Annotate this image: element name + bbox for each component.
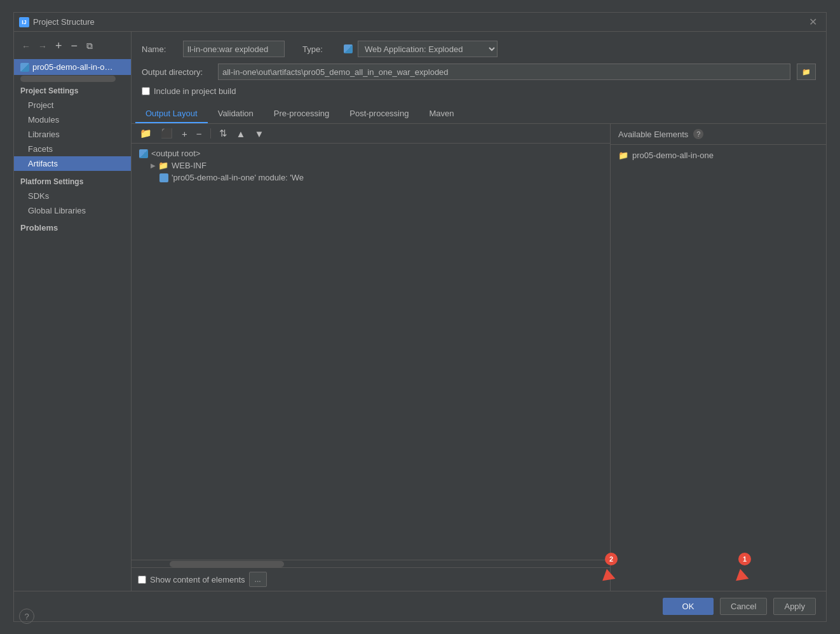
- output-dir-row: Output directory: 📁: [142, 64, 816, 80]
- sidebar-item-modules[interactable]: Modules: [14, 112, 131, 127]
- tree-hscroll[interactable]: [132, 560, 610, 567]
- annotation-badge-2: 2: [605, 553, 618, 565]
- sidebar-item-project[interactable]: Project: [14, 98, 131, 112]
- name-input[interactable]: [183, 41, 285, 57]
- output-tree-section: 📁 ⬛ + − ⇅ ▲ ▼ <output ro: [132, 124, 610, 591]
- project-structure-window: IJ Project Structure ✕ ← → + − ⧉ pro05-d…: [13, 12, 827, 622]
- bottom-bar: Show content of elements ...: [132, 567, 610, 591]
- tab-post-processing[interactable]: Post-processing: [339, 105, 419, 123]
- app-icon: IJ: [19, 17, 29, 27]
- output-dir-browse-button[interactable]: 📁: [797, 64, 816, 80]
- artifact-list-hscroll[interactable]: [14, 75, 131, 83]
- add-artifact-button[interactable]: +: [52, 38, 65, 54]
- title-bar: IJ Project Structure ✕: [14, 13, 826, 32]
- main-content: ← → + − ⧉ pro05-demo-all-in-one:war expl…: [14, 32, 826, 591]
- output-root-icon: [139, 149, 148, 158]
- sidebar-item-global-libraries[interactable]: Global Libraries: [14, 203, 131, 218]
- tree-item-web-inf[interactable]: ▶ 📁 WEB-INF: [137, 159, 605, 172]
- output-root-label: <output root>: [151, 149, 200, 158]
- help-button[interactable]: ?: [19, 609, 34, 624]
- available-item-label: pro05-demo-all-in-one: [632, 151, 714, 160]
- title-bar-text: Project Structure: [33, 17, 805, 27]
- show-content-label[interactable]: Show content of elements: [150, 575, 245, 584]
- type-select[interactable]: Web Application: Exploded: [358, 41, 498, 57]
- forward-button[interactable]: →: [36, 40, 50, 53]
- output-layout-panel: 📁 ⬛ + − ⇅ ▲ ▼ <output ro: [132, 124, 826, 591]
- available-elements-title: Available Elements: [618, 130, 688, 139]
- include-in-build-label[interactable]: Include in project build: [154, 86, 236, 96]
- tree-item-module-entry[interactable]: 'pro05-demo-all-in-one' module: 'We: [137, 172, 605, 184]
- sidebar-item-facets[interactable]: Facets: [14, 142, 131, 156]
- tab-maven[interactable]: Maven: [419, 105, 464, 123]
- type-select-wrapper: Web Application: Exploded: [344, 41, 498, 57]
- remove-artifact-button[interactable]: −: [68, 38, 81, 54]
- close-button[interactable]: ✕: [805, 15, 821, 29]
- web-inf-expand-icon[interactable]: ▶: [151, 162, 156, 169]
- tree-hscroll-thumb: [170, 561, 284, 567]
- apply-button[interactable]: Apply: [773, 598, 816, 615]
- cancel-button[interactable]: Cancel: [720, 598, 767, 615]
- web-inf-label: WEB-INF: [172, 161, 207, 170]
- output-tree-remove-btn[interactable]: −: [193, 127, 205, 140]
- nav-bar: ← → + − ⧉: [14, 36, 131, 59]
- sidebar: ← → + − ⧉ pro05-demo-all-in-one:war expl…: [14, 32, 132, 591]
- web-inf-folder-icon: 📁: [158, 161, 168, 170]
- include-in-build-checkbox[interactable]: [142, 87, 150, 95]
- toolbar-separator: [210, 128, 211, 138]
- right-panel: Name: Type: Web Application: Exploded Ou…: [132, 32, 826, 591]
- artifact-list-scrollbar-thumb: [20, 76, 116, 82]
- output-tree: <output root> ▶ 📁 WEB-INF 'pro05-demo-al…: [132, 144, 610, 560]
- module-entry-icon: [159, 173, 168, 182]
- sidebar-item-libraries[interactable]: Libraries: [14, 127, 131, 142]
- tabs-bar: Output Layout Validation Pre-processing …: [132, 105, 826, 124]
- output-tree-sort-btn[interactable]: ⇅: [216, 126, 231, 140]
- tab-validation[interactable]: Validation: [208, 105, 264, 123]
- output-dir-input[interactable]: [218, 64, 790, 80]
- button-row: OK Cancel Apply: [14, 591, 826, 621]
- tab-output-layout[interactable]: Output Layout: [135, 105, 208, 123]
- output-tree-toolbar: 📁 ⬛ + − ⇅ ▲ ▼: [132, 124, 610, 144]
- output-tree-module-btn[interactable]: ⬛: [158, 126, 176, 140]
- name-label: Name:: [142, 44, 177, 54]
- artifact-icon: [20, 63, 29, 72]
- show-content-row: Show content of elements ...: [138, 572, 604, 587]
- output-tree-up-btn[interactable]: ▲: [233, 127, 249, 140]
- tree-item-output-root[interactable]: <output root>: [137, 147, 605, 159]
- sidebar-item-problems[interactable]: Problems: [14, 218, 131, 235]
- back-button[interactable]: ←: [19, 40, 33, 53]
- output-tree-down-btn[interactable]: ▼: [251, 127, 267, 140]
- type-label: Type:: [302, 44, 337, 54]
- ok-button[interactable]: OK: [663, 598, 714, 615]
- available-elements-section: Available Elements ? 📁 pro05-demo-all-in…: [610, 124, 826, 591]
- output-dir-label: Output directory:: [142, 67, 212, 77]
- form-area: Name: Type: Web Application: Exploded Ou…: [132, 32, 826, 105]
- name-row: Name: Type: Web Application: Exploded: [142, 41, 816, 57]
- show-content-checkbox[interactable]: [138, 576, 146, 584]
- available-item-pro05[interactable]: 📁 pro05-demo-all-in-one: [616, 149, 821, 162]
- output-tree-add-btn[interactable]: +: [179, 127, 191, 140]
- annotation-badge-1: 1: [738, 553, 751, 565]
- sidebar-item-artifacts[interactable]: Artifacts: [14, 156, 131, 171]
- include-in-build-row: Include in project build: [142, 86, 816, 96]
- ellipsis-button[interactable]: ...: [249, 572, 267, 587]
- platform-settings-section: Platform Settings: [14, 171, 131, 189]
- available-elements-help-icon[interactable]: ?: [693, 129, 703, 139]
- module-entry-label: 'pro05-demo-all-in-one' module: 'We: [172, 173, 304, 182]
- available-elements-list: 📁 pro05-demo-all-in-one: [611, 145, 826, 591]
- copy-artifact-button[interactable]: ⧉: [83, 39, 96, 53]
- sidebar-item-sdks[interactable]: SDKs: [14, 189, 131, 203]
- tab-pre-processing[interactable]: Pre-processing: [264, 105, 339, 123]
- type-icon: [344, 44, 353, 53]
- output-tree-folder-btn[interactable]: 📁: [137, 126, 155, 140]
- artifact-item-name: pro05-demo-all-in-one:war exploded: [32, 62, 115, 72]
- available-elements-header: Available Elements ?: [611, 124, 826, 145]
- project-settings-section: Project Settings: [14, 83, 131, 98]
- available-item-folder-icon: 📁: [618, 151, 628, 160]
- artifact-list-item[interactable]: pro05-demo-all-in-one:war exploded: [14, 59, 131, 75]
